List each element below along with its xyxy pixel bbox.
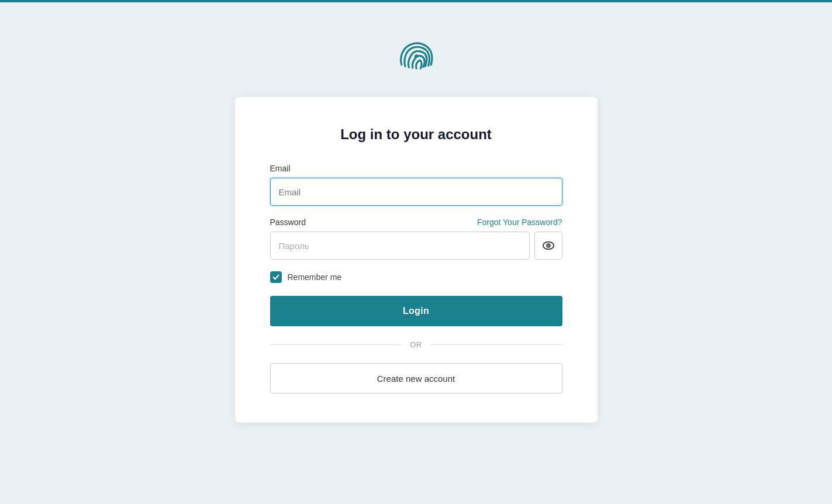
toggle-password-button[interactable] — [534, 232, 562, 260]
divider-line-left — [270, 344, 402, 345]
password-wrapper — [270, 232, 562, 260]
password-input[interactable] — [270, 232, 530, 260]
login-button[interactable]: Login — [270, 296, 562, 326]
login-card: Log in to your account Email Password Fo… — [235, 97, 598, 423]
fingerprint-icon — [395, 37, 437, 80]
logo-area — [395, 37, 437, 80]
top-bar — [0, 0, 832, 2]
remember-me-label: Remember me — [288, 272, 342, 282]
remember-me-row: Remember me — [270, 271, 562, 283]
svg-point-2 — [547, 245, 548, 246]
remember-me-checkbox[interactable] — [270, 271, 282, 283]
divider-line-right — [430, 344, 562, 345]
email-input[interactable] — [270, 178, 562, 206]
checkmark-icon — [272, 274, 279, 281]
password-label: Password — [270, 218, 306, 227]
email-group: Email — [270, 164, 562, 206]
divider-text: OR — [410, 340, 422, 349]
divider: OR — [270, 340, 562, 349]
password-group: Password Forgot Your Password? — [270, 218, 562, 260]
password-header: Password Forgot Your Password? — [270, 218, 562, 227]
create-account-button[interactable]: Create new account — [270, 363, 562, 393]
card-title: Log in to your account — [270, 126, 562, 143]
email-label: Email — [270, 164, 562, 173]
eye-icon — [542, 240, 555, 251]
forgot-password-link[interactable]: Forgot Your Password? — [477, 218, 562, 227]
